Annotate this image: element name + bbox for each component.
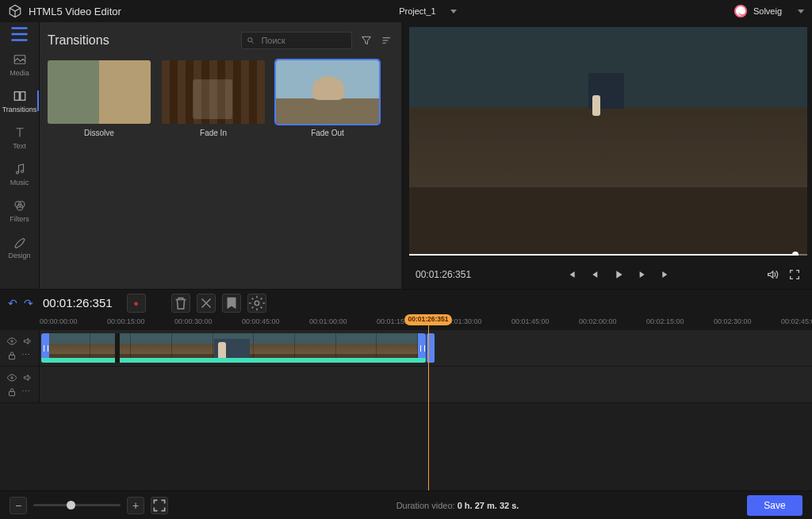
track-mute-toggle[interactable] [21,336,34,347]
ruler-tick: 00:01:00:00 [309,317,377,325]
media-icon [13,52,27,67]
sidebar-toggle[interactable] [0,22,39,46]
volume-button[interactable] [766,268,779,281]
top-bar: HTML5 Video Editor Project_1 Solveig [0,0,812,22]
track-head: ⋯ [0,367,40,402]
ruler-tick: 00:02:45:00 [781,317,812,325]
search-box[interactable] [241,32,352,49]
sidebar-item-label: Media [10,69,29,77]
split-button[interactable] [197,294,216,313]
music-icon [13,162,27,176]
transition-fade-in[interactable]: Fade In [162,60,265,137]
save-button[interactable]: Save [747,495,802,516]
design-icon [13,235,27,249]
preview-time: 00:01:26:351 [416,269,471,280]
sidebar-item-label: Music [10,179,29,186]
sidebar-item-media[interactable]: Media [0,46,39,83]
chevron-down-icon [798,10,804,13]
svg-point-8 [248,38,252,42]
record-button[interactable]: ● [127,294,146,313]
search-input[interactable] [259,35,347,46]
transition-marker[interactable] [427,333,435,363]
svg-rect-2 [20,91,25,100]
transition-label: Dissolve [84,129,114,137]
preview-scrubber[interactable] [409,254,807,256]
app-title: HTML5 Video Editor [29,6,121,17]
timeline[interactable]: 00:00:00:0000:00:15:0000:00:30:0000:00:4… [0,316,812,490]
ruler-tick: 00:00:00:00 [40,317,107,325]
clip-handle-left[interactable] [41,333,49,363]
track-lock-toggle[interactable] [6,386,18,398]
track-visibility-toggle[interactable] [6,372,18,383]
ruler-tick: 00:02:15:00 [646,317,714,325]
panel-title: Transitions [48,33,241,48]
track-head: ⋯ [0,330,40,366]
preview-video[interactable] [409,27,807,256]
track-mute-toggle[interactable] [21,372,34,383]
ruler-tick: 00:00:30:00 [174,317,242,325]
ruler-tick: 00:01:45:00 [511,317,579,325]
track-visibility-toggle[interactable] [6,336,18,347]
ruler-tick: 00:01:15:00 [377,317,444,325]
ruler-tick: 00:01:30:00 [444,317,511,325]
prev-frame-button[interactable] [565,268,577,281]
zoom-in-button[interactable]: + [127,497,144,514]
track-video-1: ⋯ [0,330,812,367]
sidebar-item-text[interactable]: Text [0,119,39,156]
timeline-ruler[interactable]: 00:00:00:0000:00:15:0000:00:30:0000:00:4… [0,316,812,330]
undo-button[interactable]: ↶ [8,297,17,309]
zoom-out-button[interactable]: − [10,497,27,514]
fullscreen-button[interactable] [788,268,801,281]
sidebar-item-filters[interactable]: Filters [0,192,39,229]
marker-button[interactable] [222,294,241,313]
redo-button[interactable]: ↷ [24,297,33,309]
sidebar-item-transitions[interactable]: Transitions [0,83,39,119]
ruler-tick: 00:02:00:00 [579,317,646,325]
avatar-icon [734,5,747,17]
chevron-down-icon [450,10,457,13]
sidebar-item-label: Design [8,252,30,260]
transition-dissolve[interactable]: Dissolve [48,60,151,137]
sort-icon[interactable] [381,34,393,47]
settings-button[interactable] [247,294,266,313]
track-more-button[interactable]: ⋯ [21,386,34,398]
svg-point-3 [16,171,18,174]
filter-icon[interactable] [360,34,373,47]
video-clip[interactable] [41,333,426,363]
ruler-tick: 00:02:30:00 [714,317,781,325]
sidebar: Media Transitions Text Music Filters Des… [0,22,40,289]
transition-label: Fade Out [311,129,344,137]
sidebar-item-music[interactable]: Music [0,156,39,192]
filters-icon [13,198,27,213]
timeline-toolbar: ↶ ↷ 00:01:26:351 ● [0,289,812,316]
svg-point-9 [255,301,259,306]
zoom-fit-button[interactable] [151,497,168,514]
step-forward-button[interactable] [636,268,649,281]
preview-pane: 00:01:26:351 [404,22,812,289]
ruler-tick: 00:00:15:00 [107,317,174,325]
transition-fade-out[interactable]: Fade Out [276,60,379,137]
play-button[interactable] [612,268,625,281]
sidebar-item-design[interactable]: Design [0,229,39,265]
svg-rect-11 [9,355,14,359]
timeline-time: 00:01:26:351 [43,296,113,309]
duration-display: Duration video: 0 h. 27 m. 32 s. [168,501,747,510]
search-icon [247,36,255,45]
clip-handle-right[interactable] [418,333,426,363]
track-lock-toggle[interactable] [6,350,18,361]
delete-button[interactable] [171,294,190,313]
zoom-slider[interactable] [33,504,121,506]
next-frame-button[interactable] [660,268,672,281]
track-more-button[interactable]: ⋯ [21,350,34,361]
svg-point-12 [10,376,12,378]
svg-point-4 [21,170,23,172]
step-back-button[interactable] [588,268,601,281]
ruler-tick: 00:00:45:00 [242,317,309,325]
svg-rect-13 [9,391,14,395]
project-dropdown[interactable]: Project_1 [399,6,456,16]
user-menu[interactable]: Solveig [734,5,804,17]
sidebar-item-label: Text [13,142,26,150]
transition-thumb [162,60,265,124]
track-video-2: ⋯ [0,367,812,403]
sidebar-item-label: Filters [10,215,29,223]
